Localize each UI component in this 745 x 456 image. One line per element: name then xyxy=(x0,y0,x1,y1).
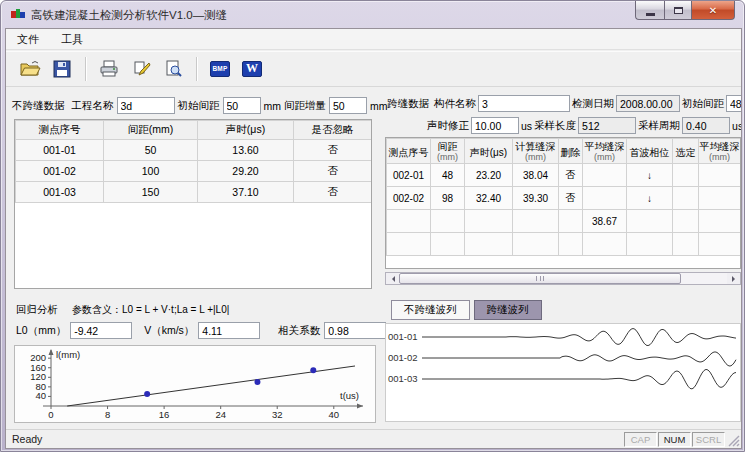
regression-chart-box: 08162432404080120160200l(mm)t(us) xyxy=(14,345,376,423)
table-cell xyxy=(583,187,627,210)
table-cell: 29.20 xyxy=(198,161,294,182)
maximize-icon xyxy=(674,7,683,14)
regression-title: 回归分析 xyxy=(16,303,58,317)
app-icon xyxy=(11,8,25,21)
column-header: 间距(mm) xyxy=(431,139,465,164)
right-panel-fields-2: 声时修正 us 采样长度 采样周期 us xyxy=(427,117,741,134)
tab-cross-joint-waves[interactable]: 跨缝波列 xyxy=(474,300,542,320)
svg-text:t(us): t(us) xyxy=(340,390,359,401)
table-cell xyxy=(627,210,673,233)
scrollbar-track[interactable] xyxy=(681,273,727,284)
init-spacing-input[interactable] xyxy=(223,97,261,114)
table-cell xyxy=(465,233,513,256)
save-button[interactable] xyxy=(48,55,76,83)
right-panel-title: 跨缝数据 xyxy=(387,97,429,111)
table-cell: 001-03 xyxy=(16,182,104,203)
component-name-input[interactable] xyxy=(478,95,570,112)
table-cell xyxy=(673,164,699,187)
svg-text:32: 32 xyxy=(272,409,283,420)
export-bmp-button[interactable]: BMP xyxy=(206,55,234,83)
table-cell xyxy=(699,164,741,187)
menu-tools[interactable]: 工具 xyxy=(57,30,87,49)
left-panel-fields: 不跨缝数据 工程名称 初始间距 mm 间距增量 mm xyxy=(12,97,382,114)
toolbar: BMP W xyxy=(6,51,741,87)
minimize-button[interactable] xyxy=(635,1,664,20)
right-init-spacing-input[interactable] xyxy=(726,95,742,112)
time-correction-unit: us xyxy=(521,120,532,132)
l0-input[interactable] xyxy=(70,322,132,339)
print-button[interactable] xyxy=(95,55,123,83)
svg-text:160: 160 xyxy=(30,362,46,373)
sample-length-input[interactable] xyxy=(578,117,636,134)
horizontal-scrollbar[interactable] xyxy=(385,272,741,285)
svg-text:16: 16 xyxy=(159,409,170,420)
table-cell xyxy=(513,233,559,256)
table-cell: 50 xyxy=(104,140,198,161)
svg-text:8: 8 xyxy=(105,409,110,420)
table-cell xyxy=(699,187,741,210)
open-folder-icon xyxy=(20,60,41,77)
scroll-left-button[interactable] xyxy=(386,273,399,284)
regression-fields: L0（mm） V（km/s） 相关系数 xyxy=(16,322,382,339)
table-cell xyxy=(699,210,741,233)
print-preview-button[interactable] xyxy=(159,55,187,83)
spacing-inc-label: 间距增量 xyxy=(284,99,326,113)
resize-grip[interactable] xyxy=(726,432,740,447)
toolbar-separator xyxy=(85,57,86,81)
table-cell xyxy=(673,233,699,256)
sample-period-input[interactable] xyxy=(682,117,730,134)
caps-lock-indicator: CAP xyxy=(624,432,657,447)
spacing-inc-input[interactable] xyxy=(329,97,367,114)
table-row[interactable]: 001-0210029.20否 xyxy=(16,161,372,182)
waveform-plot: 001-01001-02001-03 xyxy=(386,324,740,421)
column-header: 计算缝深(mm) xyxy=(513,139,559,164)
column-header: 是否忽略 xyxy=(294,121,372,140)
table-cell xyxy=(673,187,699,210)
menu-file[interactable]: 文件 xyxy=(13,30,43,49)
svg-text:001-02: 001-02 xyxy=(388,352,418,363)
table-row[interactable] xyxy=(387,233,741,256)
table-cell: 98 xyxy=(431,187,465,210)
tab-no-cross-joint-waves[interactable]: 不跨缝波列 xyxy=(391,300,470,320)
table-cell: 23.20 xyxy=(465,164,513,187)
table-row[interactable]: 38.67 xyxy=(387,210,741,233)
scrollbar-thumb[interactable] xyxy=(399,273,681,284)
table-cell: 100 xyxy=(104,161,198,182)
column-header: 声时(μs) xyxy=(465,139,513,164)
velocity-input[interactable] xyxy=(198,322,260,339)
time-correction-input[interactable] xyxy=(471,117,519,134)
table-row[interactable]: 001-015013.60否 xyxy=(16,140,372,161)
status-text: Ready xyxy=(6,433,624,445)
project-name-input[interactable] xyxy=(117,97,175,114)
table-row[interactable]: 002-014823.2038.04否↓ xyxy=(387,164,741,187)
toolbar-separator xyxy=(196,57,197,81)
maximize-button[interactable] xyxy=(664,1,692,20)
table-cell: 150 xyxy=(104,182,198,203)
print-setup-button[interactable] xyxy=(127,55,155,83)
column-header: 测点序号 xyxy=(387,139,431,164)
sample-period-unit: us xyxy=(732,120,742,132)
table-cell xyxy=(465,210,513,233)
init-spacing-label: 初始间距 xyxy=(178,99,220,113)
open-button[interactable] xyxy=(16,55,44,83)
table-cell: 13.60 xyxy=(198,140,294,161)
test-date-label: 检测日期 xyxy=(572,97,614,111)
export-word-button[interactable]: W xyxy=(238,55,266,83)
regression-title-row: 回归分析 参数含义：L0 = L + V·t;La = L +|L0| xyxy=(16,303,382,317)
table-cell: 否 xyxy=(559,187,583,210)
project-name-label: 工程名称 xyxy=(72,99,114,113)
table-cell xyxy=(559,233,583,256)
svg-text:40: 40 xyxy=(35,390,46,401)
scroll-right-button[interactable] xyxy=(727,273,740,284)
export-bmp-icon: BMP xyxy=(210,61,230,77)
title-bar[interactable]: 高铁建混凝土检测分析软件V1.0—测缝 ✕ xyxy=(1,1,744,28)
client-area: 文件 工具 xyxy=(5,28,742,449)
correlation-input[interactable] xyxy=(324,322,386,339)
table-row[interactable]: 001-0315037.10否 xyxy=(16,182,372,203)
test-date-input[interactable] xyxy=(616,95,680,112)
right-panel-fields-1: 跨缝数据 构件名称 检测日期 初始间距 mm xyxy=(387,95,741,112)
close-button[interactable]: ✕ xyxy=(692,1,735,20)
column-header: 平均缝深(mm) xyxy=(583,139,627,164)
table-row[interactable]: 002-029832.4039.30否↓ xyxy=(387,187,741,210)
table-cell: ↓ xyxy=(627,164,673,187)
